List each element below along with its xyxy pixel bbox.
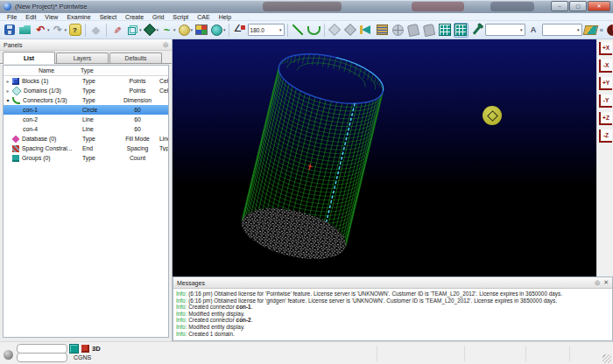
tab-list[interactable]: List bbox=[3, 52, 55, 64]
message-line: Info: Modified entity display. bbox=[176, 311, 609, 318]
tree-cell: 60 bbox=[117, 116, 158, 122]
cone-icon[interactable] bbox=[359, 23, 374, 38]
menu-select[interactable]: Select bbox=[95, 14, 121, 20]
cube-wireframe-icon[interactable] bbox=[125, 23, 140, 38]
menu-script[interactable]: Script bbox=[168, 14, 193, 20]
diamond-dropdown-icon[interactable]: ▾ bbox=[157, 27, 159, 32]
menu-grid[interactable]: Grid bbox=[148, 14, 168, 20]
tree-row-connectors-1-3[interactable]: ▾Connectors (1/3)TypeDimension bbox=[4, 95, 168, 105]
tree-item-label: Domains (1/3) bbox=[24, 88, 61, 94]
tree-expander-icon[interactable]: ▸ bbox=[4, 78, 12, 84]
two-point-line-icon[interactable] bbox=[291, 23, 306, 38]
view-minusz-button[interactable]: -Z bbox=[599, 130, 612, 143]
hand2-icon[interactable] bbox=[422, 23, 437, 38]
angle-icon[interactable] bbox=[232, 23, 247, 38]
view-plusz-button[interactable]: +Z bbox=[599, 112, 612, 125]
tree-row-groups-0[interactable]: Groups (0)TypeCount bbox=[4, 153, 168, 163]
tree-column-type[interactable]: Type bbox=[81, 67, 117, 74]
tree-cell: Line bbox=[81, 116, 117, 122]
tab-layers[interactable]: Layers bbox=[56, 52, 109, 63]
tab-defaults[interactable]: Defaults bbox=[109, 52, 162, 63]
display-viewport[interactable] bbox=[173, 39, 596, 276]
wrench-icon[interactable] bbox=[469, 23, 484, 38]
u-curve-icon[interactable] bbox=[306, 23, 321, 38]
tree-row-database-0[interactable]: Database (0)TypeFill ModeLine ... bbox=[4, 134, 168, 144]
menu-file[interactable]: File bbox=[3, 14, 21, 20]
domains-icon bbox=[12, 87, 22, 95]
viewport-canvas[interactable] bbox=[173, 39, 596, 276]
tree-row-con-1[interactable]: con-1Circle60 bbox=[4, 105, 168, 115]
undo-icon[interactable] bbox=[33, 23, 48, 38]
wing-layers-icon[interactable] bbox=[583, 23, 598, 38]
redo-icon[interactable] bbox=[51, 23, 66, 38]
connector-curve-icon[interactable] bbox=[159, 23, 174, 38]
diamond-green-icon[interactable] bbox=[143, 23, 158, 38]
brick-icon[interactable] bbox=[375, 23, 390, 38]
diamond-gray-icon[interactable] bbox=[328, 23, 342, 38]
messages-pin-icon[interactable]: ◎ bbox=[595, 279, 600, 286]
view-plusx-button[interactable]: +X bbox=[599, 42, 612, 55]
curve-dropdown-icon[interactable]: ▾ bbox=[173, 27, 176, 32]
menu-examine[interactable]: Examine bbox=[62, 14, 95, 20]
paintbrush-icon[interactable] bbox=[109, 23, 124, 38]
palette-icon[interactable] bbox=[194, 23, 208, 38]
groups-icon bbox=[12, 155, 19, 162]
tree-column-name[interactable]: Name bbox=[12, 67, 81, 74]
view-plusy-button[interactable]: +Y bbox=[599, 77, 612, 90]
messages-log[interactable]: Info: (6:16 pm) Obtained license for 'Po… bbox=[173, 289, 612, 340]
title-bar[interactable]: (New Project)* Pointwise – ▢ ✕ bbox=[0, 0, 613, 13]
tree-cell: Dimension bbox=[117, 97, 158, 103]
tree-row-con-4[interactable]: con-4Line60 bbox=[4, 124, 168, 134]
hand-icon[interactable] bbox=[406, 23, 421, 38]
messages-close-icon[interactable]: ✕ bbox=[603, 279, 609, 286]
grid-icon[interactable] bbox=[438, 23, 453, 38]
letter-a-icon[interactable] bbox=[526, 23, 541, 38]
help-icon[interactable] bbox=[67, 23, 82, 38]
info-prefix: Info: bbox=[176, 290, 187, 297]
tree-row-spacing-constrai[interactable]: Spacing Constrai...EndSpacingType bbox=[4, 144, 168, 153]
gem-icon[interactable] bbox=[88, 23, 103, 38]
tree-item-label: Spacing Constrai... bbox=[22, 145, 72, 151]
panels-pin-icon[interactable]: ◎ bbox=[163, 41, 168, 48]
spider-icon[interactable] bbox=[209, 23, 224, 38]
close-button[interactable]: ✕ bbox=[588, 1, 610, 11]
minimize-button[interactable]: – bbox=[551, 1, 568, 11]
menu-help[interactable]: Help bbox=[215, 14, 236, 20]
resize-grip[interactable] bbox=[602, 354, 611, 363]
sphere-dropdown-icon[interactable]: ▾ bbox=[191, 27, 194, 32]
diamond-gray2-icon[interactable] bbox=[343, 23, 358, 38]
cube-dropdown-icon[interactable]: ▾ bbox=[139, 27, 142, 32]
size-combo[interactable]: ▾ bbox=[542, 24, 582, 36]
redo-dropdown-icon[interactable]: ▾ bbox=[65, 27, 67, 32]
undo-dropdown-icon[interactable]: ▾ bbox=[47, 27, 50, 32]
sphere-tool-icon[interactable] bbox=[177, 23, 192, 38]
maximize-button[interactable]: ▢ bbox=[569, 1, 587, 11]
tree-cell: Fill Mode bbox=[117, 136, 158, 142]
spider-dropdown-icon[interactable]: ▾ bbox=[223, 27, 226, 32]
angle-combo[interactable]: 180.0▾ bbox=[248, 24, 285, 36]
menu-cae[interactable]: CAE bbox=[193, 14, 214, 20]
tree-row-con-2[interactable]: con-2Line60 bbox=[4, 115, 168, 124]
menu-edit[interactable]: Edit bbox=[21, 14, 40, 20]
view-minusx-button[interactable]: -X bbox=[599, 60, 612, 73]
globe-icon[interactable] bbox=[391, 23, 405, 38]
view-minusy-button[interactable]: -Y bbox=[599, 94, 612, 108]
open-icon[interactable] bbox=[18, 23, 32, 38]
menu-view[interactable]: View bbox=[40, 14, 62, 20]
grid-selected-icon[interactable] bbox=[454, 23, 469, 38]
overflow-chevron-icon[interactable]: » bbox=[599, 26, 604, 34]
status-field-2[interactable] bbox=[17, 353, 67, 362]
mask-icon[interactable] bbox=[605, 23, 613, 38]
blend-combo[interactable]: ▾ bbox=[485, 24, 525, 36]
tree-cell: Circle bbox=[81, 107, 117, 113]
tree-row-blocks-1[interactable]: ▸Blocks (1)TypePointsCells bbox=[4, 76, 168, 86]
messages-panel: Messages ◎ ✕ Info: (6:16 pm) Obtained li… bbox=[173, 276, 613, 341]
tree-expander-icon[interactable]: ▾ bbox=[4, 97, 12, 103]
blocks-icon bbox=[12, 78, 19, 85]
save-icon[interactable] bbox=[2, 23, 17, 38]
status-separator bbox=[525, 346, 526, 361]
toolbar-separator bbox=[324, 24, 325, 37]
menu-create[interactable]: Create bbox=[121, 14, 148, 20]
tree-expander-icon[interactable]: ▸ bbox=[4, 88, 12, 94]
tree-row-domains-1-3[interactable]: ▸Domains (1/3)TypePointsCells bbox=[4, 86, 168, 95]
